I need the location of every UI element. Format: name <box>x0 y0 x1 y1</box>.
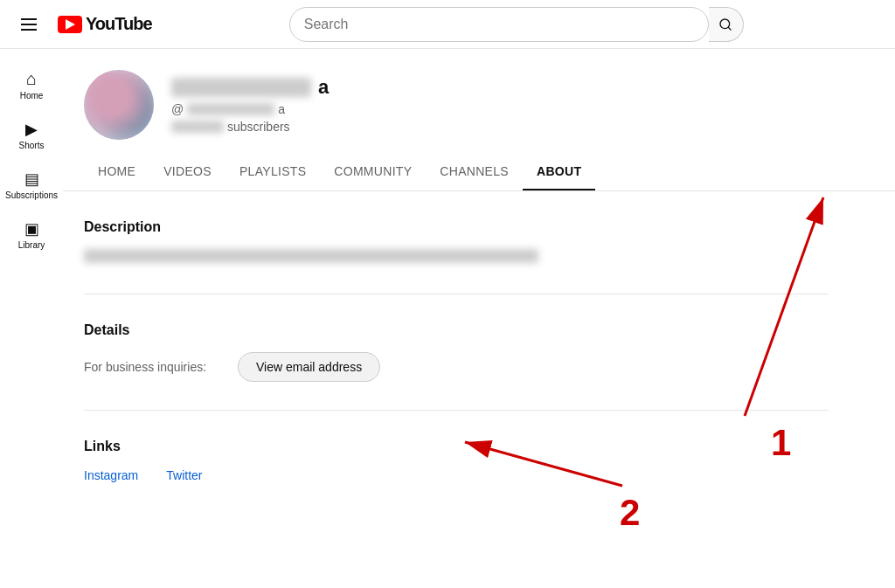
channel-subscribers: subscribers <box>171 120 329 134</box>
header-center <box>152 7 881 42</box>
description-section: Description <box>84 219 829 266</box>
sidebar-item-library[interactable]: ▣ Library <box>3 211 59 257</box>
channel-name-blur <box>171 78 311 97</box>
sidebar-label-home: Home <box>20 91 44 100</box>
section-divider-1 <box>84 294 829 294</box>
channel-avatar <box>84 70 154 140</box>
view-email-button[interactable]: View email address <box>238 352 380 382</box>
channel-tabs: HOME VIDEOS PLAYLISTS COMMUNITY CHANNELS… <box>63 154 895 191</box>
subscribers-label: subscribers <box>227 120 290 134</box>
twitter-link[interactable]: Twitter <box>166 468 202 482</box>
description-text <box>84 249 538 263</box>
youtube-logo-text: YouTube <box>86 14 152 34</box>
youtube-logo-icon <box>58 16 82 33</box>
tab-videos[interactable]: VIDEOS <box>149 154 225 190</box>
tab-channels[interactable]: CHANNELS <box>426 154 523 190</box>
details-section: Details For business inquiries: View ema… <box>84 322 829 382</box>
hamburger-menu-button[interactable] <box>14 11 44 38</box>
subs-count-blur <box>171 121 224 133</box>
links-list: Instagram Twitter <box>84 468 829 482</box>
shorts-icon: ▶ <box>25 121 38 137</box>
search-input[interactable] <box>304 17 694 32</box>
channel-handle: @ a <box>171 102 329 116</box>
channel-info: a @ a subscribers <box>171 76 329 134</box>
tab-about[interactable]: ABOUT <box>523 154 595 190</box>
sidebar-label-library: Library <box>18 240 45 250</box>
handle-suffix: a <box>278 102 285 116</box>
channel-name-suffix: a <box>318 76 329 99</box>
description-title: Description <box>84 219 829 235</box>
sidebar-label-shorts: Shorts <box>19 141 45 150</box>
search-bar <box>289 7 709 42</box>
main-content: a @ a subscribers HOME VIDEOS PLAYLISTS … <box>63 49 895 588</box>
channel-header: a @ a subscribers <box>63 49 895 154</box>
about-content: Description Details For business inquiri… <box>63 191 850 538</box>
youtube-logo[interactable]: YouTube <box>58 14 152 34</box>
search-button[interactable] <box>709 7 744 42</box>
tab-playlists[interactable]: PLAYLISTS <box>225 154 320 190</box>
business-inquiries-row: For business inquiries: View email addre… <box>84 352 829 382</box>
section-divider-2 <box>84 410 829 411</box>
header: YouTube <box>0 0 895 49</box>
instagram-link[interactable]: Instagram <box>84 468 138 482</box>
handle-blur <box>187 103 274 115</box>
links-section: Links Instagram Twitter <box>84 439 829 482</box>
avatar-image <box>84 70 154 140</box>
sidebar-item-home[interactable]: ⌂ Home <box>3 59 59 107</box>
sidebar-item-shorts[interactable]: ▶ Shorts <box>3 111 59 157</box>
tab-home[interactable]: HOME <box>84 154 149 190</box>
business-inquiries-label: For business inquiries: <box>84 360 224 374</box>
library-icon: ▣ <box>24 221 39 237</box>
subscriptions-icon: ▤ <box>24 171 39 187</box>
sidebar: ⌂ Home ▶ Shorts ▤ Subscriptions ▣ Librar… <box>0 49 63 588</box>
home-icon: ⌂ <box>26 70 37 87</box>
links-title: Links <box>84 439 829 454</box>
channel-name: a <box>171 76 329 99</box>
sidebar-label-subscriptions: Subscriptions <box>5 190 58 200</box>
tab-community[interactable]: COMMUNITY <box>320 154 426 190</box>
sidebar-item-subscriptions[interactable]: ▤ Subscriptions <box>3 161 59 207</box>
header-left: YouTube <box>14 11 152 38</box>
details-title: Details <box>84 322 829 338</box>
